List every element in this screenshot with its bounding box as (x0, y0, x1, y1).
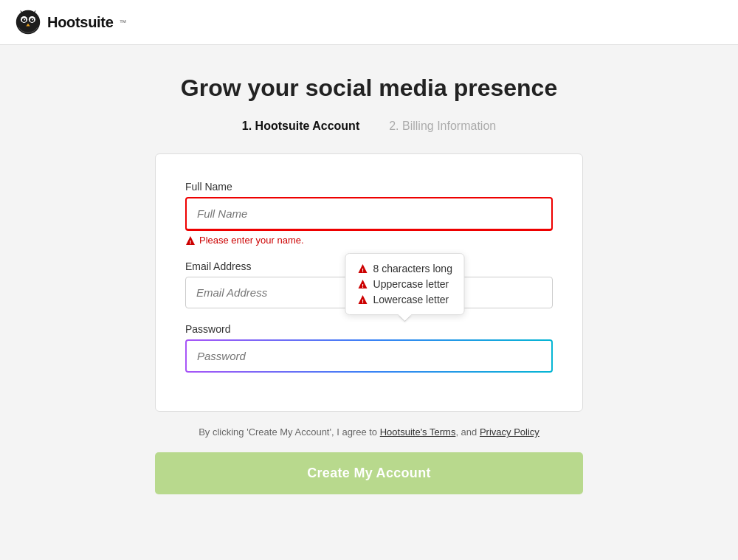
terms-link[interactable]: Hootsuite's Terms (380, 426, 456, 438)
page-title: Grow your social media presence (181, 75, 557, 102)
svg-text:!: ! (362, 298, 364, 305)
svg-text:!: ! (362, 267, 364, 274)
warning-icon-lowercase: ! (358, 294, 368, 305)
full-name-field-group: Full Name ! Please enter your name. (185, 181, 553, 246)
error-triangle-icon: ! (185, 235, 196, 246)
warning-icon-uppercase: ! (358, 279, 368, 289)
warning-icon-length: ! (358, 263, 368, 274)
hootsuite-owl-icon (15, 9, 41, 35)
step-2: 2. Billing Information (389, 120, 496, 133)
privacy-link[interactable]: Privacy Policy (480, 426, 539, 438)
tooltip-item-lowercase: ! Lowercase letter (358, 294, 452, 305)
main-content: Grow your social media presence 1. Hoots… (0, 45, 738, 539)
svg-point-4 (30, 18, 34, 22)
header: Hootsuite™ (0, 0, 738, 45)
svg-point-3 (22, 18, 26, 22)
password-requirements-tooltip: ! 8 characters long ! Uppercase letter ! (345, 253, 465, 315)
svg-point-0 (16, 10, 40, 34)
brand-name: Hootsuite (47, 14, 114, 31)
tooltip-item-uppercase: ! Uppercase letter (358, 278, 452, 290)
tooltip-item-length: ! 8 characters long (358, 263, 452, 274)
step-1: 1. Hootsuite Account (242, 120, 359, 133)
password-field-group: Password (185, 323, 553, 373)
svg-text:!: ! (190, 238, 192, 245)
full-name-error: ! Please enter your name. (185, 235, 553, 246)
terms-text: By clicking 'Create My Account', I agree… (199, 426, 539, 438)
brand-tm: ™ (120, 18, 127, 27)
svg-point-5 (24, 19, 25, 21)
full-name-label: Full Name (185, 181, 553, 193)
steps-nav: 1. Hootsuite Account 2. Billing Informat… (242, 120, 496, 133)
logo: Hootsuite™ (15, 9, 127, 35)
svg-point-6 (32, 19, 33, 21)
create-account-button[interactable]: Create My Account (155, 452, 583, 494)
password-input[interactable] (185, 339, 553, 373)
svg-text:!: ! (362, 283, 364, 289)
email-field-group: Email Address ! 8 characters long ! U (185, 260, 553, 308)
full-name-input[interactable] (185, 197, 553, 231)
password-label: Password (185, 323, 553, 335)
form-card: Full Name ! Please enter your name. Emai… (155, 153, 583, 412)
